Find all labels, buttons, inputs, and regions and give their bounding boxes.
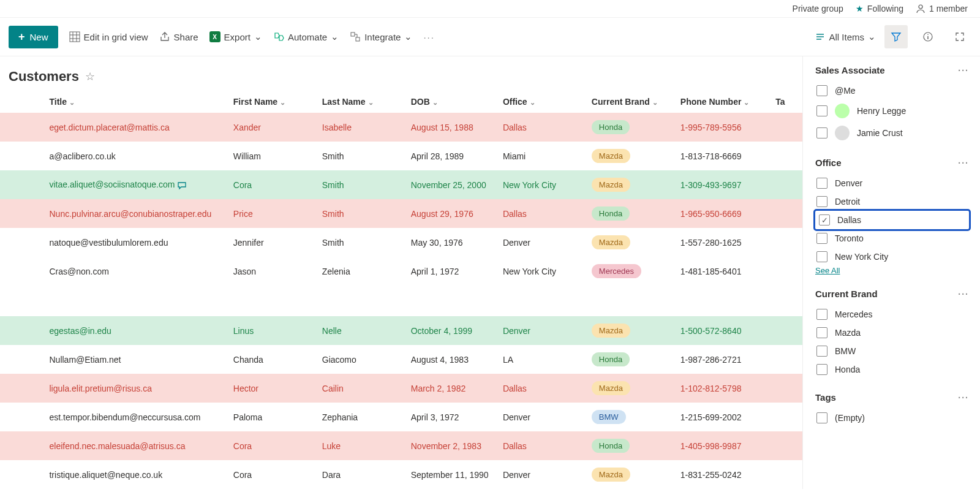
cell-dob: August 15, 1988 — [406, 113, 498, 142]
col-phone[interactable]: Phone Number⌄ — [676, 91, 771, 113]
table-row[interactable]: Nullam@Etiam.net Chanda Giacomo August 4… — [0, 345, 802, 374]
cell-office: Miami — [498, 142, 587, 170]
table-row[interactable]: Cras@non.com Jason Zelenia April 1, 1972… — [0, 257, 802, 286]
checkbox-icon[interactable] — [816, 233, 827, 244]
filter-label: Detroit — [835, 197, 860, 206]
filter-option[interactable]: (Empty) — [815, 409, 969, 427]
col-dob[interactable]: DOB⌄ — [406, 91, 498, 113]
list-icon — [815, 32, 825, 42]
col-first[interactable]: First Name⌄ — [228, 91, 317, 113]
checkbox-icon[interactable] — [816, 85, 827, 96]
expand-button[interactable] — [948, 25, 971, 48]
table-row[interactable]: natoque@vestibulumlorem.edu Jennifer Smi… — [0, 228, 802, 257]
col-office[interactable]: Office⌄ — [498, 91, 587, 113]
favorite-star-icon[interactable]: ☆ — [85, 70, 95, 83]
cell-office: New York City — [498, 257, 587, 286]
table-row[interactable]: tristique.aliquet@neque.co.uk Cora Dara … — [0, 460, 802, 489]
filter-option[interactable]: New York City — [815, 248, 969, 266]
more-button[interactable]: ··· — [423, 32, 435, 42]
checkbox-icon[interactable] — [816, 364, 827, 375]
filter-option[interactable]: BMW — [815, 342, 969, 360]
checkbox-icon[interactable] — [816, 346, 827, 357]
cell-title[interactable]: est.tempor.bibendum@neccursusa.com — [44, 403, 228, 431]
checkbox-icon[interactable] — [816, 251, 827, 262]
table-row[interactable]: eget.dictum.placerat@mattis.ca Xander Is… — [0, 113, 802, 142]
cell-title[interactable]: Cras@non.com — [44, 257, 228, 286]
filter-option[interactable]: Mercedes — [815, 305, 969, 324]
integrate-button[interactable]: Integrate ⌄ — [350, 31, 412, 42]
cell-dob: August 29, 1976 — [406, 199, 498, 228]
filter-group-salesassociate: Sales Associate··· @MeHenry LeggeJamie C… — [815, 65, 969, 144]
filter-option[interactable]: Mazda — [815, 324, 969, 342]
cell-phone: 1-995-789-5956 — [676, 113, 771, 142]
more-icon[interactable]: ··· — [958, 158, 969, 168]
table-row[interactable]: a@aclibero.co.uk William Smith April 28,… — [0, 142, 802, 170]
following-label: Following — [867, 4, 903, 13]
table-row[interactable]: egestas@in.edu Linus Nelle October 4, 19… — [0, 316, 802, 345]
filter-option[interactable]: Detroit — [815, 192, 969, 211]
filter-option[interactable]: Jamie Crust — [815, 122, 969, 144]
cell-brand: Mazda — [587, 374, 676, 403]
cell-title[interactable]: eget.dictum.placerat@mattis.ca — [44, 113, 228, 142]
cell-title[interactable]: egestas@in.edu — [44, 316, 228, 345]
checkbox-icon[interactable] — [819, 214, 830, 225]
cell-dob: October 4, 1999 — [406, 316, 498, 345]
export-button[interactable]: X Export ⌄ — [209, 31, 262, 42]
info-button[interactable] — [916, 25, 940, 48]
cell-title[interactable]: vitae.aliquet@sociisnatoque.com — [44, 170, 228, 199]
chevron-down-icon: ⌄ — [404, 31, 412, 42]
filter-group-title: Tags — [815, 392, 836, 403]
filter-option[interactable]: Honda — [815, 360, 969, 379]
filter-button[interactable] — [884, 25, 908, 48]
cell-title[interactable]: Nunc.pulvinar.arcu@conubianostraper.edu — [44, 199, 228, 228]
topbar: Private group ★ Following 1 member — [0, 0, 980, 18]
table-row[interactable]: ligula.elit.pretium@risus.ca Hector Cail… — [0, 374, 802, 403]
share-button[interactable]: Share — [159, 31, 198, 42]
cell-title[interactable]: a@aclibero.co.uk — [44, 142, 228, 170]
see-all-link[interactable]: See All — [815, 266, 969, 275]
checkbox-icon[interactable] — [816, 196, 827, 207]
more-icon[interactable]: ··· — [958, 393, 969, 403]
filter-option[interactable]: Toronto — [815, 229, 969, 248]
edit-grid-button[interactable]: Edit in grid view — [69, 31, 148, 42]
table-row[interactable]: est.tempor.bibendum@neccursusa.com Palom… — [0, 403, 802, 431]
automate-button[interactable]: Automate ⌄ — [273, 31, 339, 42]
cell-last: Smith — [317, 228, 406, 257]
checkbox-icon[interactable] — [816, 127, 827, 138]
more-icon[interactable]: ··· — [958, 66, 969, 75]
table-row[interactable]: eleifend.nec.malesuada@atrisus.ca Cora L… — [0, 431, 802, 460]
col-title[interactable]: Title⌄ — [44, 91, 228, 113]
table-row[interactable]: vitae.aliquet@sociisnatoque.com Cora Smi… — [0, 170, 802, 199]
cell-title[interactable]: eleifend.nec.malesuada@atrisus.ca — [44, 431, 228, 460]
cell-phone: 1-215-699-2002 — [676, 403, 771, 431]
cell-office: Denver — [498, 228, 587, 257]
checkbox-icon[interactable] — [816, 105, 827, 116]
filter-option[interactable]: Denver — [815, 174, 969, 192]
cell-title[interactable]: tristique.aliquet@neque.co.uk — [44, 460, 228, 489]
cell-phone: 1-557-280-1625 — [676, 228, 771, 257]
view-selector[interactable]: All Items ⌄ — [815, 31, 876, 42]
filter-option[interactable]: Henry Legge — [815, 100, 969, 122]
comment-icon[interactable] — [177, 180, 187, 189]
brand-pill: Honda — [592, 439, 630, 453]
new-button[interactable]: + New — [9, 26, 58, 48]
col-brand[interactable]: Current Brand⌄ — [587, 91, 676, 113]
cell-title[interactable]: Nullam@Etiam.net — [44, 345, 228, 374]
members-link[interactable]: 1 member — [916, 4, 968, 13]
following-toggle[interactable]: ★ Following — [856, 4, 903, 13]
checkbox-icon[interactable] — [816, 178, 827, 189]
col-last[interactable]: Last Name⌄ — [317, 91, 406, 113]
info-icon — [922, 31, 933, 42]
checkbox-icon[interactable] — [816, 309, 827, 320]
cell-dob: September 11, 1990 — [406, 460, 498, 489]
filter-option[interactable]: @Me — [815, 81, 969, 100]
table-row[interactable]: Nunc.pulvinar.arcu@conubianostraper.edu … — [0, 199, 802, 228]
cell-title[interactable]: natoque@vestibulumlorem.edu — [44, 228, 228, 257]
checkbox-icon[interactable] — [816, 412, 827, 423]
cell-title[interactable]: ligula.elit.pretium@risus.ca — [44, 374, 228, 403]
checkbox-icon[interactable] — [816, 327, 827, 338]
filter-option[interactable]: Dallas — [815, 211, 969, 229]
more-icon[interactable]: ··· — [958, 289, 969, 299]
excel-icon: X — [209, 31, 221, 42]
col-tags[interactable]: Ta — [771, 91, 802, 113]
